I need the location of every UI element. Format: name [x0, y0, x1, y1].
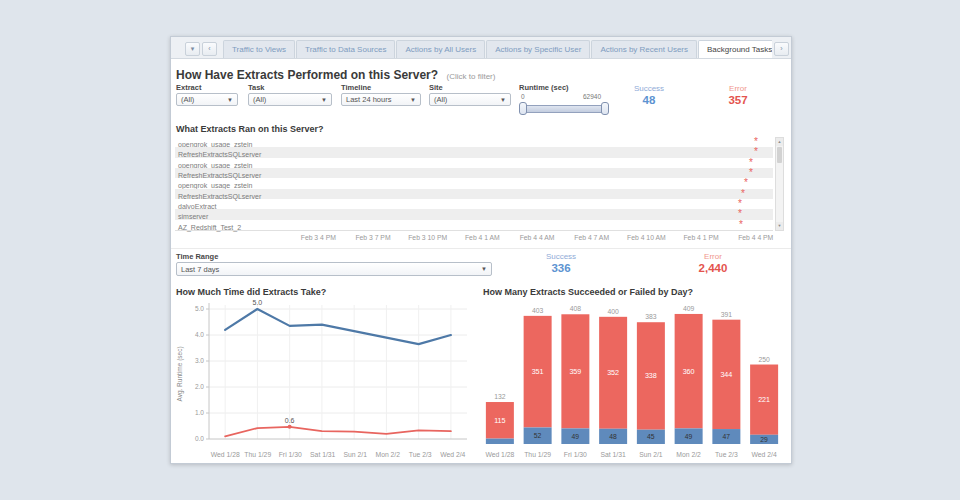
line-series-error[interactable] [225, 427, 451, 437]
runtime-slider-handle-min[interactable] [519, 102, 527, 115]
y-tick-label: 4.0 [195, 331, 204, 338]
chevron-down-icon: ▼ [500, 97, 506, 103]
bar-x-tick: Mon 2/2 [670, 451, 708, 458]
time-range-select[interactable]: Last 7 days▼ [176, 262, 492, 276]
error-kpi-top: Error 357 [708, 84, 768, 106]
bar-x-tick: Wed 2/4 [745, 451, 783, 458]
error-kpi-bottom: Error 2,440 [673, 252, 753, 274]
extract-row[interactable]: RefreshExtractsSQLserver* [175, 189, 773, 199]
extract-filter-value: (All) [181, 95, 194, 104]
tab-scroll-left-button[interactable]: ‹ [202, 42, 217, 56]
line-x-tick: Fri 1/30 [274, 451, 307, 458]
extract-row[interactable]: opengrok_usage_zstein* [175, 137, 773, 147]
tab-actions-by-recent-users[interactable]: Actions by Recent Users [591, 40, 697, 58]
extract-filter-select[interactable]: (All)▼ [176, 93, 238, 106]
bar-total-label: 403 [532, 307, 544, 314]
time-axis-tick: Feb 3 4 PM [291, 234, 346, 241]
extract-time-axis: Feb 3 4 PMFeb 3 7 PMFeb 3 10 PMFeb 4 1 A… [291, 234, 783, 241]
runtime-slider-handle-max[interactable] [601, 102, 609, 115]
task-filter-select[interactable]: (All)▼ [248, 93, 332, 106]
runtime-range-slider[interactable] [520, 105, 608, 113]
tab-scroll-right-button[interactable]: › [774, 42, 789, 56]
error-segment-label: 351 [532, 367, 544, 376]
extract-row[interactable]: opengrok_usage_zstein* [175, 158, 773, 168]
error-segment-label: 338 [645, 371, 657, 380]
extract-row[interactable]: opengrok_usage_zstein* [175, 178, 773, 188]
runtime-line-chart: 0.01.02.03.04.05.0Avg. Runtime (sec)5.00… [173, 299, 473, 451]
extract-row[interactable]: simserver* [175, 209, 773, 219]
line-x-tick: Thu 1/29 [242, 451, 275, 458]
site-filter-value: (All) [434, 95, 447, 104]
bar-success-segment[interactable] [486, 439, 514, 444]
chevron-down-icon: ▼ [481, 266, 487, 272]
line-x-tick: Tue 2/3 [404, 451, 437, 458]
error-segment-label: 352 [607, 368, 619, 377]
error-asterisk-mark[interactable]: * [754, 146, 758, 157]
success-segment-label: 45 [647, 433, 655, 440]
point-value-label: 0.6 [285, 417, 295, 424]
bar-total-label: 400 [607, 308, 619, 315]
line-x-tick: Sat 1/31 [307, 451, 340, 458]
success-segment-label: 49 [685, 433, 693, 440]
runtime-filter-label: Runtime (sec) [519, 83, 569, 92]
success-kpi-top: Success 48 [619, 84, 679, 106]
success-value: 336 [531, 262, 591, 274]
extract-list-scrollbar[interactable]: ▲ ▼ [775, 137, 784, 231]
chevron-down-icon: ▼ [321, 97, 327, 103]
time-range-label: Time Range [176, 252, 218, 261]
y-tick-label: 1.0 [195, 409, 204, 416]
timeline-filter-label: Timeline [341, 83, 371, 92]
bar-x-tick: Tue 2/3 [708, 451, 746, 458]
line-chart-title: How Much Time did Extracts Take? [176, 287, 326, 297]
y-tick-label: 3.0 [195, 357, 204, 364]
extract-row[interactable]: AZ_Redshift_Test_2* [175, 220, 773, 230]
success-segment-label: 52 [534, 432, 542, 439]
error-asterisk-mark[interactable]: * [749, 167, 753, 178]
task-filter-value: (All) [253, 95, 266, 104]
success-segment-label: 29 [760, 436, 768, 443]
data-point-marker[interactable] [288, 425, 292, 429]
timeline-filter-select[interactable]: Last 24 hours▼ [341, 93, 421, 106]
extract-row[interactable]: RefreshExtractsSQLserver* [175, 147, 773, 157]
tab-actions-by-all-users[interactable]: Actions by All Users [396, 40, 485, 58]
success-value: 48 [619, 94, 679, 106]
bar-chart-x-axis: Wed 1/28Thu 1/29Fri 1/30Sat 1/31Sun 2/1M… [481, 451, 783, 458]
time-range-value: Last 7 days [181, 265, 219, 274]
bar-total-label: 409 [683, 305, 695, 312]
line-x-tick: Mon 2/2 [372, 451, 405, 458]
scroll-down-icon[interactable]: ▼ [776, 222, 783, 230]
extract-list: opengrok_usage_zstein*RefreshExtractsSQL… [175, 137, 773, 231]
scroll-up-icon[interactable]: ▲ [776, 138, 783, 146]
extract-row[interactable]: RefreshExtractsSQLserver* [175, 168, 773, 178]
error-label: Error [673, 252, 753, 261]
tab-actions-by-specific-user[interactable]: Actions by Specific User [486, 40, 590, 58]
tab-background-tasks-for-extracts[interactable]: Background Tasks for Extracts [698, 40, 772, 58]
tab-dropdown-button[interactable]: ▾ [185, 42, 200, 56]
line-x-tick: Wed 2/4 [437, 451, 470, 458]
timeline-filter-value: Last 24 hours [346, 95, 391, 104]
section-divider [171, 248, 791, 249]
line-series-success[interactable] [225, 309, 451, 344]
error-segment-label: 344 [720, 370, 732, 379]
page-title: How Have Extracts Performed on this Serv… [176, 68, 438, 82]
bar-total-label: 408 [570, 305, 582, 312]
y-axis-title: Avg. Runtime (sec) [176, 346, 184, 401]
page-subtitle: (Click to filter) [447, 72, 496, 81]
y-tick-label: 0.0 [195, 435, 204, 442]
site-filter-label: Site [429, 83, 443, 92]
tab-traffic-to-data-sources[interactable]: Traffic to Data Sources [296, 40, 395, 58]
success-label: Success [619, 84, 679, 93]
site-filter-select[interactable]: (All)▼ [429, 93, 511, 106]
time-axis-tick: Feb 4 1 PM [674, 234, 729, 241]
time-axis-tick: Feb 3 10 PM [400, 234, 455, 241]
error-asterisk-mark[interactable]: * [739, 219, 743, 230]
line-x-tick: Wed 1/28 [209, 451, 242, 458]
scrollbar-thumb[interactable] [777, 147, 782, 163]
tab-traffic-to-views[interactable]: Traffic to Views [223, 40, 295, 58]
dashboard-panel: ▾ ‹ Traffic to ViewsTraffic to Data Sour… [170, 36, 792, 464]
y-tick-label: 5.0 [195, 305, 204, 312]
success-failure-bar-chart: 1321154033515240835949400352483833384540… [481, 299, 783, 451]
error-value: 2,440 [673, 262, 753, 274]
extract-row[interactable]: dalvoExtract* [175, 199, 773, 209]
title-row: How Have Extracts Performed on this Serv… [176, 65, 495, 83]
